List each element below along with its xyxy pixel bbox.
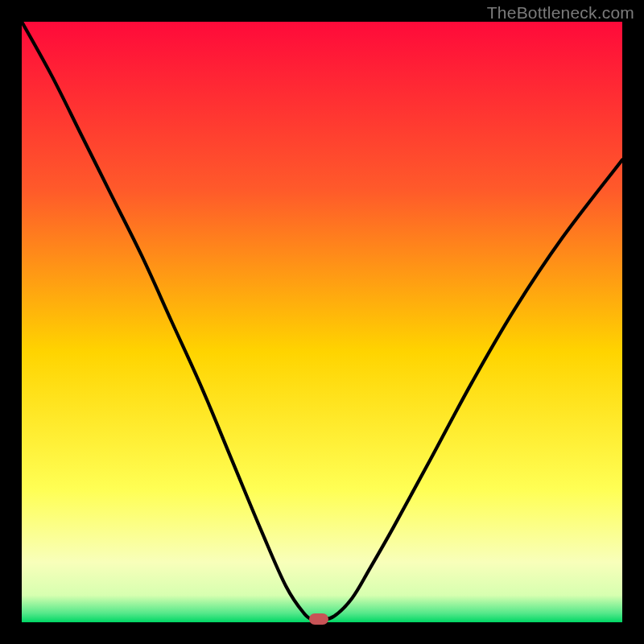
bottleneck-marker	[309, 613, 328, 625]
gradient-background	[22, 22, 622, 622]
chart-frame: TheBottleneck.com	[0, 0, 644, 644]
plot-svg	[22, 22, 622, 622]
watermark-text: TheBottleneck.com	[487, 3, 634, 23]
plot-area	[22, 22, 622, 622]
